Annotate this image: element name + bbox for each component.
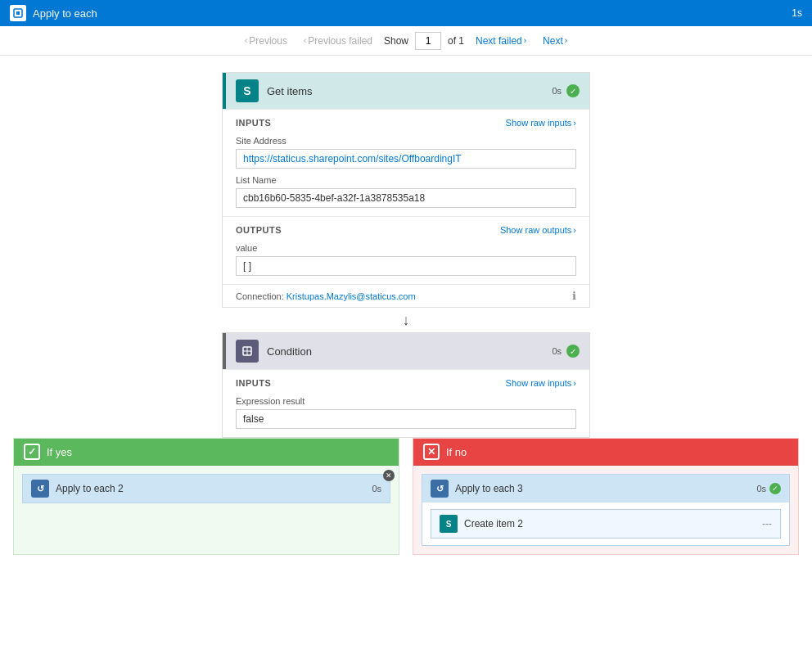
next-failed-button[interactable]: Next failed › <box>471 32 531 50</box>
if-no-label: If no <box>446 446 467 458</box>
if-yes-header: ✓ If yes <box>14 439 399 466</box>
nav-bar: ‹ Previous ‹ Previous failed Show of 1 N… <box>0 26 812 56</box>
condition-show-raw-button[interactable]: Show raw inputs › <box>506 378 576 388</box>
get-items-card: S Get items 0s ✓ INPUTS Show raw inputs … <box>222 72 590 308</box>
chevron-left-icon-2: ‹ <box>304 36 306 45</box>
if-yes-panel: ✓ If yes ✕ ↺ Apply to each 2 0s <box>13 438 399 555</box>
site-address-value: https://staticus.sharepoint.com/sites/Of… <box>236 149 576 169</box>
value-label: value <box>236 243 576 253</box>
apply-each-2-header[interactable]: ↺ Apply to each 2 0s <box>23 475 390 503</box>
branch-row: ✓ If yes ✕ ↺ Apply to each 2 0s <box>13 438 799 555</box>
condition-header[interactable]: Condition 0s ✓ <box>223 333 589 369</box>
header-left: Apply to each <box>10 5 97 21</box>
loop-icon <box>10 5 26 21</box>
connection-text: Connection: <box>236 291 284 301</box>
create-item-dash: --- <box>762 518 772 530</box>
next-button[interactable]: Next › <box>538 32 572 50</box>
apply-each-2-card: ✕ ↺ Apply to each 2 0s <box>22 474 390 503</box>
sharepoint-2-icon: S <box>440 515 458 533</box>
apply-each-3-header[interactable]: ↺ Apply to each 3 0s ✓ <box>422 475 789 503</box>
if-no-header: ✕ If no <box>413 439 798 466</box>
header-title: Apply to each <box>33 7 97 20</box>
next-label: Next <box>543 35 563 47</box>
condition-inputs-label: INPUTS <box>236 378 271 388</box>
list-name-value: cbb16b60-5835-4bef-a32f-1a3878535a18 <box>236 188 576 208</box>
create-item-2-title: Create item 2 <box>464 518 756 530</box>
get-items-body: INPUTS Show raw inputs › Site Address ht… <box>223 109 589 307</box>
chevron-right-outputs-icon: › <box>573 225 576 235</box>
if-no-body: ↺ Apply to each 3 0s ✓ S Create item 2 -… <box>413 466 798 554</box>
header-duration: 1s <box>792 7 802 19</box>
app-header: Apply to each 1s <box>0 0 812 26</box>
chevron-right-icon-2: › <box>565 36 567 45</box>
outputs-section: OUTPUTS Show raw outputs › value [ ] <box>223 216 589 284</box>
connection-email: Kristupas.Mazylis@staticus.com <box>286 291 416 301</box>
inputs-section: INPUTS Show raw inputs › Site Address ht… <box>223 109 589 216</box>
previous-failed-button[interactable]: ‹ Previous failed <box>299 32 377 50</box>
condition-show-raw-label: Show raw inputs <box>506 378 572 388</box>
condition-icon <box>236 340 259 363</box>
canvas: S Get items 0s ✓ INPUTS Show raw inputs … <box>0 56 812 667</box>
next-failed-label: Next failed <box>476 35 522 47</box>
condition-duration: 0s <box>552 346 562 356</box>
get-items-header[interactable]: S Get items 0s ✓ <box>223 73 589 109</box>
of-label: of 1 <box>448 35 464 47</box>
condition-body: INPUTS Show raw inputs › Expression resu… <box>223 369 589 437</box>
sharepoint-icon: S <box>236 79 259 102</box>
if-yes-label: If yes <box>47 446 72 458</box>
show-raw-inputs-label: Show raw inputs <box>506 118 572 128</box>
expression-value: false <box>236 409 576 429</box>
get-items-title: Get items <box>267 85 552 97</box>
chevron-right-icon: › <box>524 36 526 45</box>
previous-label: Previous <box>249 35 287 47</box>
loop-2-icon: ↺ <box>31 480 49 498</box>
get-items-duration: 0s <box>552 86 562 96</box>
checkmark-icon: ✓ <box>24 444 40 460</box>
show-raw-outputs-button[interactable]: Show raw outputs › <box>500 225 576 235</box>
apply-each-3-duration: 0s <box>756 484 766 493</box>
site-address-label: Site Address <box>236 136 576 146</box>
close-icon[interactable]: ✕ <box>383 470 395 481</box>
connection-line: Connection: Kristupas.Mazylis@staticus.c… <box>223 284 589 307</box>
outputs-label: OUTPUTS <box>236 225 282 235</box>
condition-success-badge: ✓ <box>566 345 580 358</box>
apply-each-3-title: Apply to each 3 <box>455 483 756 494</box>
chevron-left-icon: ‹ <box>245 36 247 45</box>
create-item-2-card[interactable]: S Create item 2 --- <box>431 509 781 539</box>
value-value: [ ] <box>236 256 576 276</box>
x-icon: ✕ <box>423 444 440 460</box>
show-raw-inputs-button[interactable]: Show raw inputs › <box>506 118 576 128</box>
condition-inputs-section: INPUTS Show raw inputs › Expression resu… <box>223 369 589 437</box>
apply-each-2-title: Apply to each 2 <box>56 483 372 494</box>
apply-each-2-duration: 0s <box>372 484 381 493</box>
previous-failed-label: Previous failed <box>308 35 372 47</box>
apply-each-3-card: ↺ Apply to each 3 0s ✓ S Create item 2 -… <box>422 474 790 546</box>
chevron-right-inputs-icon: › <box>573 118 576 128</box>
inputs-label: INPUTS <box>236 118 271 128</box>
inputs-section-header: INPUTS Show raw inputs › <box>236 118 576 128</box>
connection-label: Connection: Kristupas.Mazylis@staticus.c… <box>236 291 416 301</box>
list-name-label: List Name <box>236 175 576 185</box>
if-no-panel: ✕ If no ↺ Apply to each 3 0s ✓ S <box>413 438 799 555</box>
connection-info-icon: ℹ <box>572 290 576 302</box>
if-yes-body: ✕ ↺ Apply to each 2 0s <box>14 466 399 512</box>
chevron-right-cond-icon: › <box>573 378 576 388</box>
page-input[interactable] <box>415 32 441 50</box>
previous-button[interactable]: ‹ Previous <box>240 32 292 50</box>
condition-inputs-header: INPUTS Show raw inputs › <box>236 378 576 388</box>
show-raw-outputs-label: Show raw outputs <box>500 225 571 235</box>
apply-each-3-success-badge: ✓ <box>769 483 781 494</box>
condition-card: Condition 0s ✓ INPUTS Show raw inputs › … <box>222 332 590 438</box>
arrow-down-1: ↓ <box>403 308 410 332</box>
expression-label: Expression result <box>236 396 576 406</box>
condition-title: Condition <box>267 345 552 358</box>
show-label: Show <box>384 35 408 47</box>
loop-3-icon: ↺ <box>431 480 449 498</box>
get-items-success-badge: ✓ <box>566 84 580 97</box>
outputs-section-header: OUTPUTS Show raw outputs › <box>236 225 576 235</box>
flow-container: S Get items 0s ✓ INPUTS Show raw inputs … <box>16 72 796 588</box>
